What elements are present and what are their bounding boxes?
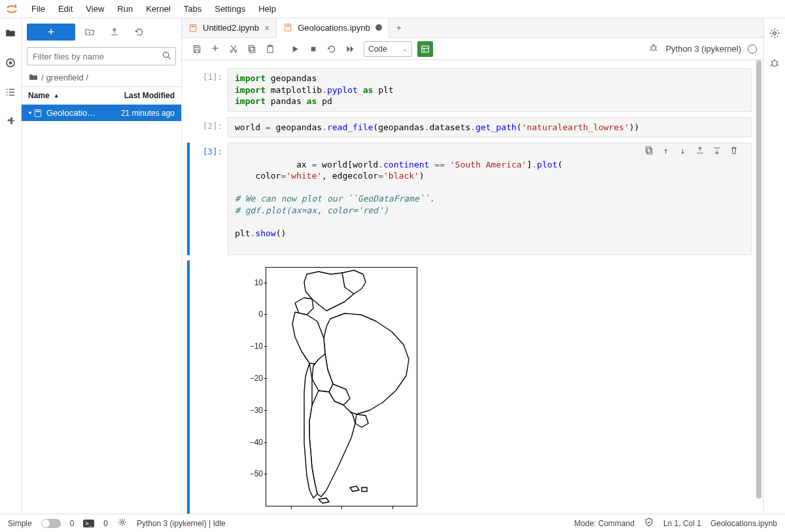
document-name[interactable]: Geolocations.ipynb	[710, 519, 777, 528]
svg-point-21	[773, 32, 776, 35]
render-side-by-side-button[interactable]	[417, 41, 433, 57]
svg-rect-12	[250, 47, 254, 52]
svg-point-3	[164, 52, 169, 58]
svg-rect-16	[311, 46, 316, 51]
breadcrumb-root[interactable]: /	[41, 73, 44, 82]
refresh-button[interactable]	[129, 24, 150, 41]
menu-kernel[interactable]: Kernel	[139, 1, 177, 16]
svg-rect-7	[191, 26, 195, 27]
menu-settings[interactable]: Settings	[208, 1, 252, 16]
move-down-button[interactable]: ↓	[678, 145, 688, 159]
toc-icon[interactable]	[5, 86, 16, 100]
notebook-icon	[188, 24, 198, 33]
menu-run[interactable]: Run	[111, 1, 139, 16]
svg-rect-19	[647, 149, 652, 154]
svg-rect-20	[646, 147, 650, 152]
kernel-status-icon[interactable]	[748, 44, 757, 54]
new-folder-button[interactable]	[79, 24, 100, 41]
code-editor[interactable]: ax = world[world.continent == 'South Ame…	[228, 143, 752, 255]
copy-button[interactable]	[243, 41, 260, 58]
property-inspector-icon[interactable]	[769, 27, 780, 41]
file-modified: 21 minutes ago	[103, 109, 175, 118]
svg-point-22	[772, 60, 777, 66]
menu-edit[interactable]: Edit	[52, 1, 79, 16]
tab-count[interactable]: 0	[70, 519, 75, 528]
trusted-icon[interactable]	[644, 517, 654, 529]
search-icon	[162, 50, 172, 63]
code-cell[interactable]: [3]: ax = world[world.continent == 'Sout…	[187, 143, 752, 255]
code-editor[interactable]: import geopandas import matplotlib.pyplo…	[228, 68, 752, 112]
menu-view[interactable]: View	[79, 1, 111, 16]
notebook-body[interactable]: [1]: import geopandas import matplotlib.…	[182, 60, 763, 514]
insert-below-button[interactable]	[712, 145, 722, 159]
code-editor[interactable]: world = geopandas.read_file(geopandas.da…	[228, 117, 752, 138]
tab-geolocations[interactable]: Geolocations.ipynb	[277, 18, 389, 38]
file-filter	[27, 47, 176, 65]
col-modified[interactable]: Last Modified	[106, 87, 181, 104]
svg-point-18	[652, 46, 656, 51]
terminal-icon[interactable]: >_	[83, 520, 94, 527]
matplotlib-plot: 100−10−20−30−40−50−80−60−40	[232, 263, 421, 514]
simple-mode-toggle[interactable]	[41, 519, 61, 528]
notebook-toolbar: + Code⌄ Python 3 (ipykernel)	[182, 38, 763, 60]
svg-rect-2	[9, 62, 12, 65]
file-row[interactable]: • Geolocatio… 21 minutes ago	[22, 105, 181, 121]
tab-label: Geolocations.ipynb	[298, 23, 370, 33]
run-button[interactable]	[287, 41, 304, 58]
kernel-status[interactable]: Python 3 (ipykernel) | Idle	[137, 519, 226, 528]
file-list-header: Name▲ Last Modified	[22, 86, 181, 105]
breadcrumb-path[interactable]: greenfield /	[46, 73, 88, 82]
svg-rect-6	[190, 24, 196, 31]
file-browser: + / greenfield / Name▲ Last Modified • G…	[22, 18, 182, 514]
close-tab-button[interactable]: ×	[264, 23, 270, 33]
upload-button[interactable]	[104, 24, 125, 41]
menu-tabs[interactable]: Tabs	[177, 1, 208, 16]
cell-prompt: [2]:	[191, 117, 228, 138]
code-cell[interactable]: [1]: import geopandas import matplotlib.…	[187, 68, 752, 112]
jupyter-logo-icon	[5, 3, 18, 16]
cut-button[interactable]	[225, 41, 242, 58]
kernel-name[interactable]: Python 3 (ipykernel)	[665, 44, 741, 54]
activity-bar	[0, 18, 22, 514]
cell-prompt: [1]:	[191, 68, 228, 112]
col-name[interactable]: Name▲	[22, 87, 106, 104]
dirty-indicator-icon: •	[28, 108, 32, 118]
terminal-count[interactable]: 0	[103, 519, 108, 528]
interrupt-button[interactable]	[305, 41, 322, 58]
new-tab-button[interactable]: +	[389, 18, 409, 37]
cell-type-select[interactable]: Code⌄	[364, 41, 412, 57]
duplicate-cell-button[interactable]	[644, 145, 654, 159]
tab-bar: Untitled2.ipynb × Geolocations.ipynb +	[182, 18, 763, 38]
insert-above-button[interactable]	[695, 145, 705, 159]
cursor-position[interactable]: Ln 1, Col 1	[663, 519, 701, 528]
tab-untitled2[interactable]: Untitled2.ipynb ×	[182, 18, 277, 37]
file-name: Geolocatio…	[46, 108, 103, 118]
restart-run-all-button[interactable]	[341, 41, 358, 58]
svg-rect-4	[35, 109, 41, 116]
menu-file[interactable]: File	[25, 1, 52, 16]
move-up-button[interactable]: ↑	[661, 145, 671, 159]
delete-cell-button[interactable]	[729, 145, 739, 159]
svg-rect-13	[249, 45, 253, 50]
save-button[interactable]	[188, 41, 205, 58]
file-filter-input[interactable]	[27, 47, 176, 65]
debugger-panel-icon[interactable]	[769, 57, 780, 71]
new-launcher-button[interactable]: +	[27, 24, 75, 41]
svg-rect-9	[286, 26, 290, 27]
running-icon[interactable]	[5, 57, 16, 71]
status-bar: Simple 0 >_ 0 Python 3 (ipykernel) | Idl…	[0, 514, 785, 532]
folder-icon[interactable]	[5, 27, 16, 41]
breadcrumb[interactable]: / greenfield /	[22, 68, 181, 86]
svg-point-11	[235, 50, 237, 52]
lsp-status-icon[interactable]	[117, 517, 128, 529]
cell-prompt: [3]:	[191, 143, 228, 255]
scrollbar[interactable]	[756, 60, 762, 514]
paste-button[interactable]	[262, 41, 279, 58]
debugger-icon[interactable]	[648, 43, 659, 55]
menu-help[interactable]: Help	[252, 1, 283, 16]
insert-cell-button[interactable]: +	[207, 41, 224, 58]
extensions-icon[interactable]	[5, 116, 16, 130]
restart-button[interactable]	[323, 41, 340, 58]
code-cell[interactable]: [2]: world = geopandas.read_file(geopand…	[187, 117, 752, 138]
mode-indicator[interactable]: Mode: Command	[574, 519, 635, 528]
